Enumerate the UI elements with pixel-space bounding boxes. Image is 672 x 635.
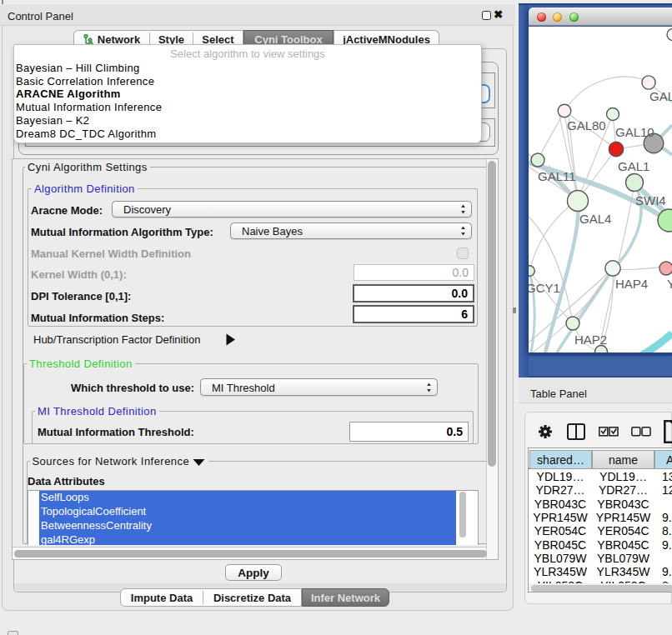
svg-text:HAP2: HAP2 — [574, 332, 607, 347]
svg-text:GAL1: GAL1 — [618, 159, 649, 173]
svg-text:GAL: GAL — [649, 89, 672, 103]
svg-text:GCY1: GCY1 — [529, 281, 560, 295]
svg-text:HAP4: HAP4 — [615, 277, 648, 291]
svg-text:GAL11: GAL11 — [538, 169, 576, 183]
svg-text:GAL80: GAL80 — [567, 118, 606, 132]
svg-text:GAL10: GAL10 — [615, 125, 654, 139]
svg-text:GAL4: GAL4 — [579, 212, 611, 226]
svg-text:SWI4: SWI4 — [635, 193, 666, 208]
svg-text:Y: Y — [667, 277, 672, 291]
